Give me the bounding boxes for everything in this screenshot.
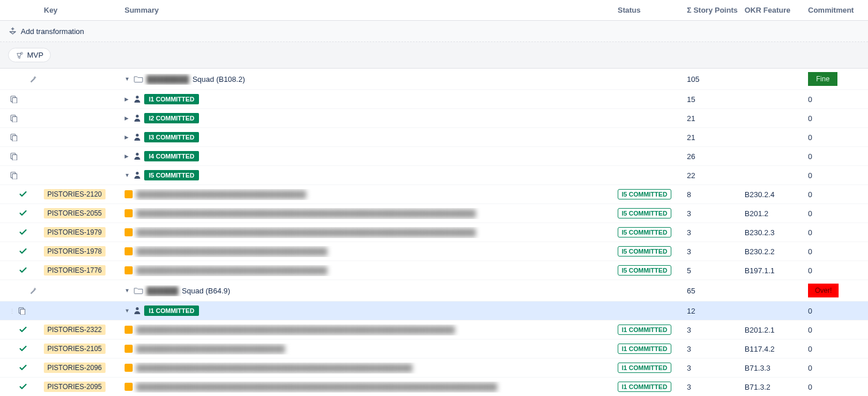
issue-key[interactable]: PISTORIES-2322 (44, 325, 106, 335)
status-pill[interactable]: I5 COMMITTED (618, 189, 671, 199)
check-icon (18, 325, 28, 334)
status-pill[interactable]: I5 COMMITTED (618, 208, 671, 218)
story-row[interactable]: PISTORIES-2120 █████████████████████████… (0, 185, 868, 204)
group-row[interactable]: ▼ ██████ Squad (B64.9) 65 Over! (0, 280, 868, 301)
status-pill[interactable]: I5 COMMITTED (618, 246, 671, 257)
story-points: 3 (683, 344, 741, 354)
iteration-points: 15 (683, 94, 741, 105)
story-summary[interactable]: ████████████████████████████████████ (136, 247, 328, 256)
story-row[interactable]: PISTORIES-2096 █████████████████████████… (0, 359, 868, 378)
group-name-suffix: Squad (B108.2) (193, 75, 245, 84)
wand-icon[interactable] (29, 286, 37, 295)
col-summary[interactable]: Summary (121, 3, 614, 17)
page-icon[interactable] (9, 95, 18, 104)
caret-right-icon[interactable]: ▶ (125, 96, 130, 102)
story-points: 5 (683, 265, 741, 276)
story-row[interactable]: PISTORIES-2322 █████████████████████████… (0, 320, 868, 340)
caret-down-icon[interactable]: ▼ (125, 76, 130, 82)
iteration-commitment: 0 (805, 132, 862, 143)
caret-right-icon[interactable]: ▶ (125, 153, 130, 159)
page-icon[interactable] (9, 171, 18, 180)
story-summary[interactable]: ████████████████████████████████ (136, 190, 306, 199)
status-pill[interactable]: I1 COMMITTED (618, 344, 671, 354)
col-status[interactable]: Status (614, 3, 683, 17)
row-left (6, 265, 40, 276)
story-commitment: 0 (805, 363, 862, 374)
fine-badge: Fine (808, 72, 837, 86)
svg-rect-8 (12, 135, 17, 141)
iteration-row[interactable]: ▶ I3 COMMITTED 21 0 (0, 128, 868, 147)
iteration-row[interactable]: ▶ I2 COMMITTED 21 0 (0, 109, 868, 128)
page-icon[interactable] (17, 306, 27, 315)
folder-icon (134, 75, 143, 83)
grip-icon[interactable]: ⋮ (9, 308, 15, 314)
story-points: 3 (683, 363, 741, 374)
wand-icon[interactable] (29, 75, 37, 83)
story-row[interactable]: PISTORIES-1776 █████████████████████████… (0, 261, 868, 280)
story-row[interactable]: PISTORIES-2055 █████████████████████████… (0, 204, 868, 223)
issue-key[interactable]: PISTORIES-2105 (44, 344, 106, 354)
story-row[interactable]: PISTORIES-1978 █████████████████████████… (0, 242, 868, 261)
story-summary[interactable]: ████████████████████████████████████ (136, 266, 328, 275)
issue-key[interactable]: PISTORIES-1776 (44, 265, 106, 276)
status-pill[interactable]: I1 COMMITTED (618, 325, 671, 335)
page-icon[interactable] (9, 152, 18, 161)
page-icon[interactable] (9, 133, 18, 142)
story-row[interactable]: PISTORIES-2095 █████████████████████████… (0, 378, 868, 396)
issue-key[interactable]: PISTORIES-2055 (44, 208, 106, 218)
story-summary[interactable]: ████████████████████████████ (136, 345, 285, 353)
caret-right-icon[interactable]: ▶ (125, 115, 130, 121)
group-row[interactable]: ▼ ████████ Squad (B108.2) 105 Fine (0, 69, 868, 90)
page-icon[interactable] (9, 114, 18, 123)
svg-point-15 (136, 172, 139, 175)
story-summary[interactable]: ████████████████████████████████████████… (136, 364, 412, 372)
filter-chip-mvp[interactable]: MVP (8, 48, 51, 62)
status-pill[interactable]: I5 COMMITTED (618, 265, 671, 276)
status-pill[interactable]: I1 COMMITTED (618, 382, 671, 392)
issue-key[interactable]: PISTORIES-2096 (44, 363, 106, 373)
iteration-row[interactable]: ▶ I4 COMMITTED 26 0 (0, 147, 868, 166)
row-left (6, 150, 40, 162)
iteration-row[interactable]: ⋮ ▼ I1 COMMITTED 12 0 (0, 301, 868, 320)
story-points: 8 (683, 189, 741, 200)
col-story-points[interactable]: Σ Story Points (683, 3, 741, 17)
svg-rect-2 (12, 97, 17, 103)
issue-key[interactable]: PISTORIES-2120 (44, 189, 106, 199)
iteration-row[interactable]: ▼ I5 COMMITTED 22 0 (0, 166, 868, 185)
folder-icon (134, 286, 143, 295)
caret-down-icon[interactable]: ▼ (125, 308, 130, 314)
story-summary[interactable]: ████████████████████████████████████████… (136, 326, 455, 334)
caret-down-icon[interactable]: ▼ (125, 172, 130, 178)
check-icon (18, 190, 28, 199)
caret-down-icon[interactable]: ▼ (125, 288, 130, 293)
svg-point-18 (136, 307, 139, 310)
story-row[interactable]: PISTORIES-1979 █████████████████████████… (0, 223, 868, 242)
story-row[interactable]: PISTORIES-2105 █████████████████████████… (0, 340, 868, 359)
parent-icon (134, 95, 141, 103)
issue-key[interactable]: PISTORIES-1978 (44, 246, 106, 257)
col-okr-feature[interactable]: OKR Feature (741, 3, 805, 17)
col-commitment[interactable]: Commitment (805, 3, 862, 17)
iteration-badge: I4 COMMITTED (144, 151, 199, 161)
issue-key[interactable]: PISTORIES-1979 (44, 227, 106, 237)
story-summary[interactable]: ████████████████████████████████████████… (136, 383, 497, 391)
story-summary[interactable]: ████████████████████████████████████████… (136, 228, 476, 237)
col-key[interactable]: Key (40, 3, 121, 17)
status-pill[interactable]: I5 COMMITTED (618, 227, 671, 237)
caret-right-icon[interactable]: ▶ (125, 134, 130, 140)
story-commitment: 0 (805, 344, 862, 354)
row-left (6, 343, 40, 354)
story-summary[interactable]: ████████████████████████████████████████… (136, 209, 476, 218)
check-icon (18, 382, 28, 391)
issue-key[interactable]: PISTORIES-2095 (44, 382, 106, 392)
story-okr: B71.3.3 (741, 363, 805, 374)
iteration-points: 21 (683, 132, 741, 143)
status-pill[interactable]: I1 COMMITTED (618, 363, 671, 373)
add-transformation-button[interactable]: Add transformation (21, 27, 84, 36)
story-okr: B201.2.1 (741, 325, 805, 335)
check-icon (18, 247, 28, 256)
svg-rect-11 (12, 154, 17, 160)
iteration-row[interactable]: ▶ I1 COMMITTED 15 0 (0, 90, 868, 109)
group-points: 105 (683, 74, 741, 85)
parent-icon (134, 114, 141, 122)
